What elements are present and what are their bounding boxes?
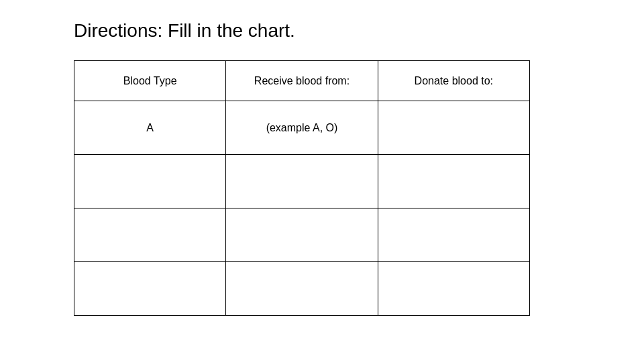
cell-donate-to-1 <box>378 155 529 208</box>
table-row <box>74 155 530 208</box>
table-row: A (example A, O) <box>74 101 530 155</box>
cell-receive-from-1 <box>226 155 378 208</box>
cell-donate-to-3 <box>378 262 529 316</box>
cell-receive-from-2 <box>226 208 378 262</box>
col-header-receive-from: Receive blood from: <box>226 61 378 101</box>
table-header-row: Blood Type Receive blood from: Donate bl… <box>74 61 530 101</box>
col-header-donate-to: Donate blood to: <box>378 61 529 101</box>
col-header-blood-type: Blood Type <box>74 61 226 101</box>
cell-blood-type-0: A <box>74 101 226 155</box>
table-row <box>74 262 530 316</box>
page-title: Directions: Fill in the chart. <box>74 20 610 42</box>
cell-blood-type-3 <box>74 262 226 316</box>
table-row <box>74 208 530 262</box>
cell-donate-to-0 <box>378 101 529 155</box>
blood-type-chart: Blood Type Receive blood from: Donate bl… <box>74 60 530 316</box>
cell-blood-type-1 <box>74 155 226 208</box>
cell-blood-type-2 <box>74 208 226 262</box>
cell-donate-to-2 <box>378 208 529 262</box>
page-container: Directions: Fill in the chart. Blood Typ… <box>0 0 644 362</box>
cell-receive-from-0: (example A, O) <box>226 101 378 155</box>
cell-receive-from-3 <box>226 262 378 316</box>
